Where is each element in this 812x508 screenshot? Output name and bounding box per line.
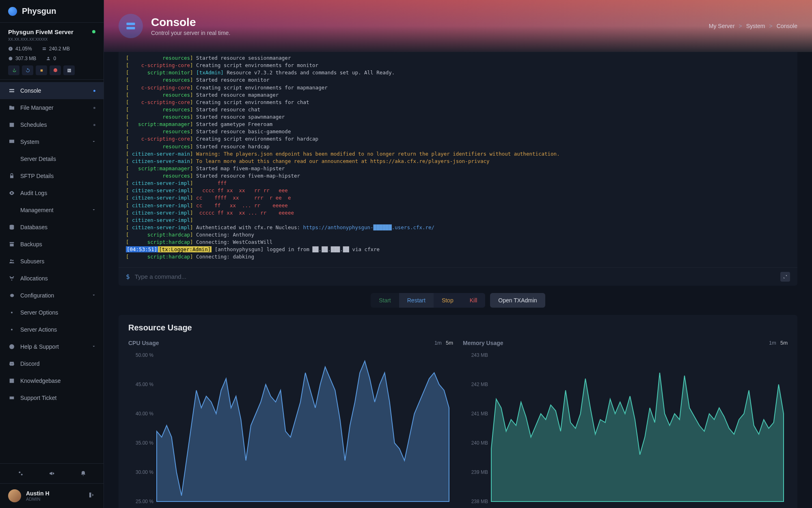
svg-point-7 (11, 280, 13, 281)
brand-name: Physgun (22, 7, 56, 16)
restart-button[interactable]: Restart (399, 293, 434, 308)
expand-button[interactable] (780, 272, 790, 282)
users-icon (8, 258, 15, 265)
sidebar-item-server-options[interactable]: Server Options (0, 304, 104, 321)
memory-icon (42, 46, 47, 51)
sidebar-item-server-actions[interactable]: Server Actions (0, 321, 104, 338)
sidebar-item-label: Management (20, 207, 54, 213)
sidebar-item-subusers[interactable]: Subusers (0, 253, 104, 270)
book-icon (8, 377, 15, 384)
sidebar-item-discord[interactable]: Discord (0, 355, 104, 372)
stat-mem-used: 307.3 MB (8, 56, 36, 61)
sidebar-item-configuration[interactable]: Configuration (0, 287, 104, 304)
breadcrumb-item[interactable]: My Server (709, 23, 735, 29)
sidebar-item-schedules[interactable]: Schedules (0, 116, 104, 133)
sidebar-item-management[interactable]: Management (0, 202, 104, 219)
svg-text:45.00 %: 45.00 % (136, 382, 153, 387)
ticket-icon (8, 394, 15, 402)
breadcrumb-item[interactable]: System (746, 23, 765, 29)
sidebar-item-sftp-details[interactable]: SFTP Details (0, 167, 104, 185)
brand[interactable]: Physgun (0, 0, 104, 23)
kill-button[interactable]: Kill (462, 293, 486, 308)
sidebar-item-file-manager[interactable]: File Manager (0, 99, 104, 116)
avatar[interactable] (8, 489, 21, 502)
panel-title: Resource Usage (128, 323, 788, 332)
sidebar-item-help-support[interactable]: Help & Support (0, 338, 104, 355)
svg-point-3 (10, 259, 12, 261)
page-subtitle: Control your server in real time. (151, 30, 230, 36)
brand-logo-icon (8, 7, 17, 16)
gauge-icon (8, 46, 13, 51)
restart-button[interactable] (22, 65, 33, 75)
help-icon (8, 343, 15, 350)
svg-text:239 MB: 239 MB (471, 469, 488, 475)
logout-button[interactable] (88, 491, 95, 500)
sidebar-item-support-ticket[interactable]: Support Ticket (0, 389, 104, 406)
command-input[interactable] (135, 273, 780, 280)
sidebar-item-console[interactable]: Console (0, 82, 104, 99)
sidebar-item-label: File Manager (20, 104, 54, 111)
chart-tab-5m[interactable]: 5m (446, 340, 453, 346)
settings-button[interactable] (14, 468, 27, 479)
sidebar-item-audit-logs[interactable]: Audit Logs (0, 185, 104, 202)
console-input-row: $ (119, 267, 797, 286)
prompt-icon: $ (126, 273, 130, 280)
breadcrumb-item[interactable]: Console (777, 23, 797, 29)
server-icon (119, 14, 143, 38)
resource-panel: Resource Usage CPU Usage 1m 5m 50.00 %45… (119, 315, 797, 508)
gear-icon (8, 309, 15, 316)
sidebar-item-backups[interactable]: Backups (0, 236, 104, 253)
sidebar-item-label: Server Actions (20, 326, 57, 333)
footer-strip (0, 463, 104, 483)
user-block: Austin H ADMIN (0, 483, 104, 508)
folder-icon (8, 104, 15, 111)
sidebar-item-label: Knowledgebase (20, 378, 61, 384)
svg-text:25.00 %: 25.00 % (136, 499, 153, 504)
page-title: Console (151, 16, 230, 29)
chevron-down-icon (91, 292, 96, 299)
chart-tab-5m[interactable]: 5m (780, 340, 788, 346)
sidebar-item-label: SFTP Details (20, 173, 54, 179)
terminal-button[interactable] (63, 65, 75, 75)
power-button[interactable] (8, 65, 19, 75)
breadcrumb: My Server > System > Console (709, 23, 797, 29)
svg-rect-14 (127, 27, 135, 29)
sidebar-item-label: Configuration (20, 292, 54, 299)
sidebar-item-label: Server Options (20, 309, 58, 316)
chart-tab-1m[interactable]: 1m (769, 340, 776, 346)
server-block: Physgun FiveM Server xx.xx.xxx.xx:xxxxx … (0, 23, 104, 80)
stat-cpu-value: 41.05% (15, 46, 32, 52)
sidebar-item-label: Support Ticket (20, 395, 57, 401)
active-dot-icon (93, 90, 95, 92)
discord-icon (8, 360, 15, 367)
stop-button[interactable]: Stop (434, 293, 462, 308)
user-name: Austin H (26, 490, 83, 497)
hero: Console Control your server in real time… (104, 0, 812, 52)
open-txadmin-button[interactable]: Open TXAdmin (490, 293, 545, 308)
calendar-icon (8, 121, 15, 128)
sidebar: Physgun Physgun FiveM Server xx.xx.xxx.x… (0, 0, 104, 508)
announcement-button[interactable] (45, 468, 58, 479)
sidebar-item-server-details[interactable]: Server Details (0, 150, 104, 167)
stat-cpu: 41.05% (8, 46, 32, 52)
stat-players: 0 (46, 56, 56, 61)
sidebar-item-label: Schedules (20, 122, 47, 128)
sidebar-item-allocations[interactable]: Allocations (0, 270, 104, 287)
sidebar-item-system[interactable]: System (0, 133, 104, 150)
stat-mem-total: 240.2 MB (42, 46, 70, 52)
chevron-right-icon: > (739, 23, 742, 29)
stop-button[interactable] (36, 65, 47, 75)
start-button[interactable]: Start (371, 293, 399, 308)
server-name: Physgun FiveM Server (8, 28, 95, 35)
sidebar-item-databases[interactable]: Databases (0, 219, 104, 236)
chart-title: CPU Usage (128, 340, 159, 346)
kill-button[interactable] (50, 65, 61, 75)
sidebar-item-label: Discord (20, 360, 39, 367)
sidebar-item-knowledgebase[interactable]: Knowledgebase (0, 372, 104, 389)
chart-tab-1m[interactable]: 1m (434, 340, 442, 346)
console-output[interactable]: [ resources] Started resource sessionman… (119, 52, 797, 267)
memory-chart: Memory Usage 1m 5m 243 MB242 MB241 MB240… (463, 340, 788, 506)
notification-button[interactable] (77, 468, 90, 479)
svg-point-4 (12, 260, 13, 261)
svg-text:35.00 %: 35.00 % (136, 440, 153, 446)
